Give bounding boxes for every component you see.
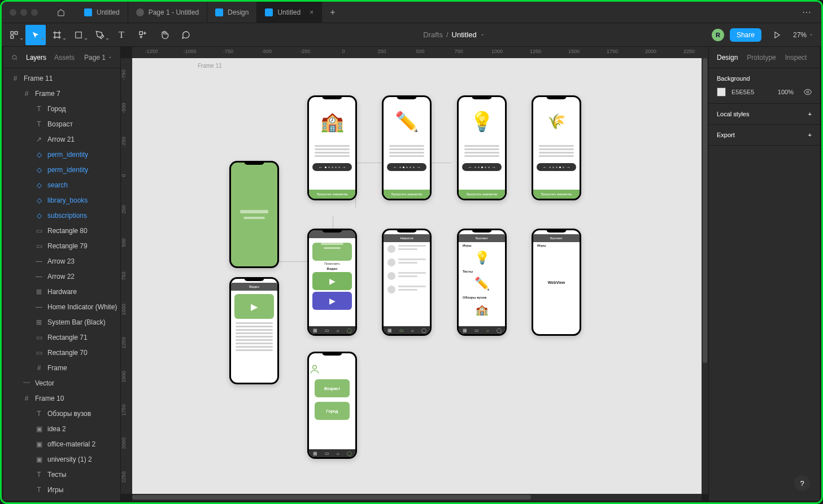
play-icon: ▶ <box>312 292 352 310</box>
prototype-tab[interactable]: Prototype <box>747 54 776 62</box>
rectangle-icon <box>75 31 82 39</box>
hand-tool[interactable] <box>154 25 175 45</box>
layers-list: #Frame 11#Frame 7TГородTВозраст↗Arrow 21… <box>3 68 120 501</box>
pencil-icon: ✏️ <box>459 274 505 294</box>
layer-type-icon: T <box>35 120 43 128</box>
frame-tool[interactable] <box>47 25 67 45</box>
design-tab[interactable]: Design <box>717 54 738 62</box>
layer-row[interactable]: ▣idea 2 <box>3 421 120 436</box>
layer-row[interactable]: TТесты <box>3 467 120 482</box>
canvas-viewport[interactable]: -1250-1000-750-500-250025050075010001250… <box>121 47 708 501</box>
tab-untitled-2[interactable]: Untitled× <box>257 2 322 23</box>
mockup-news[interactable]: Новости ▦▭⌕◯ <box>382 229 432 336</box>
tab-untitled-1[interactable]: Untitled <box>76 2 128 23</box>
search-icon[interactable] <box>11 54 18 61</box>
header-news: Новости <box>384 234 430 242</box>
layer-row[interactable]: ▣university (1) 2 <box>3 452 120 467</box>
layer-row[interactable]: ◇perm_identity <box>3 147 120 162</box>
layer-row[interactable]: —Arrow 22 <box>3 269 120 284</box>
layer-row[interactable]: —Home Indicator (White) <box>3 299 120 314</box>
breadcrumb-parent: Drafts <box>423 30 443 39</box>
mockup-content[interactable]: Контент Игры 💡 Тесты ✏️ Обзоры вузов 🏫 ▦… <box>457 229 507 336</box>
window-controls[interactable] <box>2 9 46 16</box>
layer-label: System Bar (Black) <box>47 318 106 326</box>
zoom-control[interactable]: 27% <box>793 31 813 39</box>
mockup-onboarding-3[interactable]: 💡 ←→ Пропустить знакомство <box>457 95 507 200</box>
scrollbar-vertical[interactable] <box>702 58 708 494</box>
mockup-onboarding-4[interactable]: 🌾 ←→ Пропустить знакомство <box>532 95 581 200</box>
layer-row[interactable]: TГород <box>3 101 120 116</box>
assets-tab[interactable]: Assets <box>54 54 75 62</box>
present-button[interactable] <box>767 25 787 45</box>
mockup-video-list[interactable]: Видео ▶ <box>229 277 279 384</box>
layer-row[interactable]: ↗Arrow 21 <box>3 132 120 147</box>
color-swatch[interactable] <box>717 87 726 97</box>
breadcrumb[interactable]: Drafts / Untitled <box>196 30 712 39</box>
canvas[interactable]: Frame 11 🏫 ←→ Пропустить знакомство ✏️ <box>132 58 702 494</box>
layer-row[interactable]: ◇subscriptions <box>3 208 120 223</box>
layer-row[interactable]: ▭Rectangle 70 <box>3 345 120 360</box>
user-avatar[interactable]: R <box>712 29 724 41</box>
add-style-button[interactable]: + <box>808 111 812 117</box>
layer-row[interactable]: TВозраст <box>3 116 120 132</box>
share-button[interactable]: Share <box>730 28 761 42</box>
mockup-onboarding-2[interactable]: ✏️ ←→ Пропустить знакомство <box>382 95 432 200</box>
layer-row[interactable]: TИгры <box>3 482 120 497</box>
layer-row[interactable]: ▭Rectangle 71 <box>3 330 120 345</box>
home-tab[interactable] <box>46 2 76 23</box>
layers-tab[interactable]: Layers <box>26 54 46 62</box>
shape-tool[interactable] <box>68 25 89 45</box>
layer-type-icon: ▭ <box>35 227 43 235</box>
frame-label[interactable]: Frame 11 <box>198 63 222 69</box>
help-button[interactable]: ? <box>794 475 810 491</box>
resources-tool[interactable] <box>133 25 153 45</box>
layer-row[interactable]: TОбзоры вузов <box>3 406 120 421</box>
add-tab-button[interactable]: + <box>322 7 343 17</box>
layer-row[interactable]: ◇library_books <box>3 192 120 208</box>
mockup-profile[interactable]: Возраст Город ▦▭⌕◯ <box>307 352 357 459</box>
layer-label: Rectangle 70 <box>47 349 88 357</box>
mockup-webview[interactable]: Контент Игры WebView <box>532 229 581 336</box>
layer-row[interactable]: 〰Vector <box>3 375 120 391</box>
layer-row[interactable]: #Frame 11 <box>3 71 120 86</box>
lightbulb-icon: 💡 <box>459 248 505 268</box>
add-export-button[interactable]: + <box>808 132 812 138</box>
ruler-vertical: -750-500-2500250500750100012501500175020… <box>121 58 132 494</box>
close-icon[interactable]: × <box>310 8 313 16</box>
move-tool[interactable] <box>25 25 46 45</box>
breadcrumb-separator: / <box>446 30 448 39</box>
layer-row[interactable]: ◇search <box>3 177 120 192</box>
main-menu[interactable] <box>4 25 24 45</box>
breadcrumb-current: Untitled <box>452 30 477 39</box>
layer-row[interactable]: —Arrow 23 <box>3 253 120 269</box>
tab-page1[interactable]: Page 1 - Untitled <box>128 2 207 23</box>
layer-row[interactable]: ◇perm_identity <box>3 162 120 177</box>
bg-opacity[interactable]: 100% <box>778 89 794 95</box>
layer-row[interactable]: ⊞System Bar (Black) <box>3 314 120 330</box>
scrollbar-horizontal[interactable] <box>132 494 702 501</box>
layer-label: Город <box>47 105 66 113</box>
layer-row[interactable]: ▣office-material 2 <box>3 436 120 452</box>
layer-row[interactable]: #Frame 10 <box>3 391 120 406</box>
layer-label: Frame 11 <box>24 74 53 82</box>
inspect-tab[interactable]: Inspect <box>785 54 807 62</box>
comment-tool[interactable] <box>176 25 196 45</box>
text-tool[interactable]: T <box>111 25 132 45</box>
ruler-horizontal: -1250-1000-750-500-250025050075010001250… <box>132 47 708 58</box>
bg-hex[interactable]: E5E5E5 <box>731 89 754 95</box>
visibility-toggle[interactable] <box>804 88 812 96</box>
mockup-splash[interactable] <box>229 161 279 268</box>
more-menu[interactable]: ⋯ <box>792 7 821 17</box>
layer-row[interactable]: ▭Rectangle 79 <box>3 238 120 253</box>
figma-icon <box>215 8 223 16</box>
layer-row[interactable]: ▭Rectangle 80 <box>3 223 120 238</box>
layer-label: idea 2 <box>47 425 66 433</box>
layer-row[interactable]: #Frame 7 <box>3 86 120 101</box>
page-selector[interactable]: Page 1 <box>84 54 112 62</box>
layer-row[interactable]: ⊞Hardware <box>3 284 120 299</box>
mockup-home[interactable]: Посмотреть Видео ▶ ▶ ▦▭⌕◯ <box>307 229 357 336</box>
tab-design[interactable]: Design <box>207 2 257 23</box>
layer-row[interactable]: #Frame <box>3 360 120 375</box>
mockup-onboarding-1[interactable]: 🏫 ←→ Пропустить знакомство <box>307 95 357 200</box>
pen-tool[interactable] <box>90 25 110 45</box>
